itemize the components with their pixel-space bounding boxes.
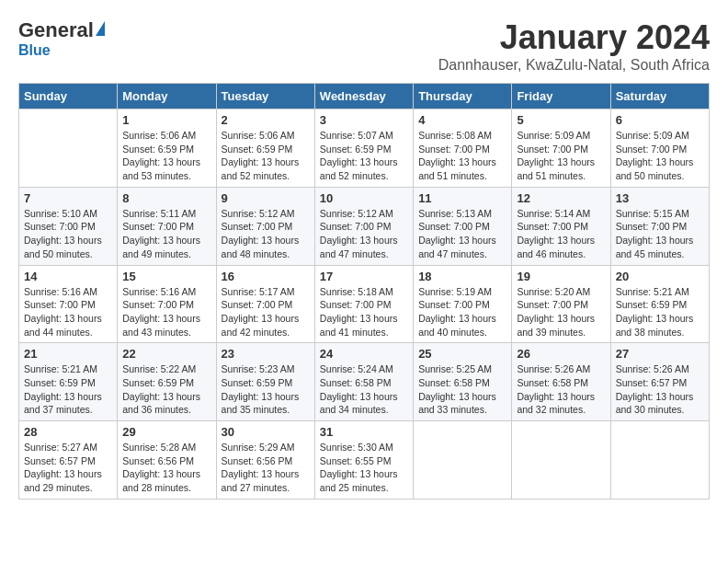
logo: General Blue [18, 18, 105, 59]
calendar-day-cell: 14Sunrise: 5:16 AMSunset: 7:00 PMDayligh… [19, 265, 118, 343]
calendar-day-cell: 4Sunrise: 5:08 AMSunset: 7:00 PMDaylight… [414, 109, 512, 188]
calendar-header-cell: Tuesday [216, 84, 314, 109]
calendar-day-cell: 28Sunrise: 5:27 AMSunset: 6:57 PMDayligh… [19, 421, 118, 500]
day-number: 31 [320, 425, 408, 439]
day-info: Sunrise: 5:25 AMSunset: 6:58 PMDaylight:… [418, 362, 506, 417]
calendar-week-row: 7Sunrise: 5:10 AMSunset: 7:00 PMDaylight… [19, 187, 710, 265]
day-number: 23 [222, 347, 310, 361]
day-info: Sunrise: 5:17 AMSunset: 7:00 PMDaylight:… [222, 285, 310, 339]
day-number: 3 [320, 113, 408, 127]
calendar-day-cell: 30Sunrise: 5:29 AMSunset: 6:56 PMDayligh… [216, 421, 314, 500]
day-number: 14 [24, 270, 112, 283]
page-header: General Blue January 2024 Dannhauser, Kw… [18, 18, 710, 74]
day-info: Sunrise: 5:10 AMSunset: 7:00 PMDaylight:… [24, 207, 112, 261]
day-number: 27 [616, 347, 704, 361]
day-info: Sunrise: 5:19 AMSunset: 7:00 PMDaylight:… [418, 285, 506, 339]
day-info: Sunrise: 5:21 AMSunset: 6:59 PMDaylight:… [24, 362, 112, 417]
calendar-header-cell: Monday [118, 84, 216, 109]
logo-general: General [18, 18, 94, 42]
calendar-day-cell [414, 421, 512, 500]
day-number: 22 [122, 347, 210, 361]
day-info: Sunrise: 5:16 AMSunset: 7:00 PMDaylight:… [24, 285, 112, 339]
calendar-day-cell: 2Sunrise: 5:06 AMSunset: 6:59 PMDaylight… [216, 109, 314, 188]
calendar-day-cell: 12Sunrise: 5:14 AMSunset: 7:00 PMDayligh… [512, 187, 610, 265]
calendar-day-cell: 24Sunrise: 5:24 AMSunset: 6:58 PMDayligh… [314, 343, 413, 421]
day-number: 30 [222, 425, 310, 439]
day-info: Sunrise: 5:07 AMSunset: 6:59 PMDaylight:… [320, 129, 408, 183]
calendar-day-cell: 17Sunrise: 5:18 AMSunset: 7:00 PMDayligh… [314, 265, 413, 343]
calendar-week-row: 1Sunrise: 5:06 AMSunset: 6:59 PMDaylight… [19, 109, 710, 188]
day-number: 19 [517, 270, 605, 283]
day-number: 9 [222, 191, 310, 205]
calendar-day-cell: 18Sunrise: 5:19 AMSunset: 7:00 PMDayligh… [414, 265, 512, 343]
calendar-day-cell [19, 109, 118, 188]
day-number: 16 [222, 270, 310, 283]
day-info: Sunrise: 5:14 AMSunset: 7:00 PMDaylight:… [517, 207, 605, 261]
day-info: Sunrise: 5:11 AMSunset: 7:00 PMDaylight:… [122, 207, 210, 261]
day-info: Sunrise: 5:06 AMSunset: 6:59 PMDaylight:… [222, 129, 310, 183]
day-number: 17 [320, 270, 408, 283]
calendar-week-row: 21Sunrise: 5:21 AMSunset: 6:59 PMDayligh… [19, 343, 710, 421]
day-number: 8 [122, 191, 210, 205]
calendar-header-cell: Thursday [414, 84, 512, 109]
day-info: Sunrise: 5:26 AMSunset: 6:58 PMDaylight:… [517, 362, 605, 417]
calendar-day-cell: 15Sunrise: 5:16 AMSunset: 7:00 PMDayligh… [118, 265, 216, 343]
calendar-day-cell: 10Sunrise: 5:12 AMSunset: 7:00 PMDayligh… [314, 187, 413, 265]
day-number: 1 [122, 113, 210, 127]
day-info: Sunrise: 5:22 AMSunset: 6:59 PMDaylight:… [122, 362, 210, 417]
month-year-title: January 2024 [438, 18, 710, 57]
day-info: Sunrise: 5:21 AMSunset: 6:59 PMDaylight:… [616, 285, 704, 339]
calendar-day-cell: 20Sunrise: 5:21 AMSunset: 6:59 PMDayligh… [610, 265, 709, 343]
calendar-day-cell: 21Sunrise: 5:21 AMSunset: 6:59 PMDayligh… [19, 343, 118, 421]
calendar-day-cell: 19Sunrise: 5:20 AMSunset: 7:00 PMDayligh… [512, 265, 610, 343]
calendar-day-cell: 31Sunrise: 5:30 AMSunset: 6:55 PMDayligh… [314, 421, 413, 500]
day-number: 21 [24, 347, 112, 361]
day-number: 4 [418, 113, 506, 127]
day-info: Sunrise: 5:12 AMSunset: 7:00 PMDaylight:… [222, 207, 310, 261]
day-number: 25 [418, 347, 506, 361]
calendar-day-cell: 1Sunrise: 5:06 AMSunset: 6:59 PMDaylight… [118, 109, 216, 188]
day-number: 13 [616, 191, 704, 205]
day-info: Sunrise: 5:29 AMSunset: 6:56 PMDaylight:… [222, 441, 310, 495]
calendar-week-row: 14Sunrise: 5:16 AMSunset: 7:00 PMDayligh… [19, 265, 710, 343]
calendar-day-cell: 3Sunrise: 5:07 AMSunset: 6:59 PMDaylight… [314, 109, 413, 188]
calendar-header-cell: Wednesday [314, 84, 413, 109]
day-info: Sunrise: 5:20 AMSunset: 7:00 PMDaylight:… [517, 285, 605, 339]
day-number: 24 [320, 347, 408, 361]
calendar-day-cell: 5Sunrise: 5:09 AMSunset: 7:00 PMDaylight… [512, 109, 610, 188]
calendar-header-row: SundayMondayTuesdayWednesdayThursdayFrid… [19, 84, 710, 109]
calendar-header-cell: Friday [512, 84, 610, 109]
logo-blue: Blue [18, 42, 51, 59]
day-number: 7 [24, 191, 112, 205]
calendar-day-cell: 9Sunrise: 5:12 AMSunset: 7:00 PMDaylight… [216, 187, 314, 265]
calendar-day-cell: 22Sunrise: 5:22 AMSunset: 6:59 PMDayligh… [118, 343, 216, 421]
day-info: Sunrise: 5:13 AMSunset: 7:00 PMDaylight:… [418, 207, 506, 261]
day-info: Sunrise: 5:09 AMSunset: 7:00 PMDaylight:… [616, 129, 704, 183]
day-info: Sunrise: 5:12 AMSunset: 7:00 PMDaylight:… [320, 207, 408, 261]
calendar-day-cell: 29Sunrise: 5:28 AMSunset: 6:56 PMDayligh… [118, 421, 216, 500]
calendar-day-cell: 25Sunrise: 5:25 AMSunset: 6:58 PMDayligh… [414, 343, 512, 421]
day-info: Sunrise: 5:15 AMSunset: 7:00 PMDaylight:… [616, 207, 704, 261]
day-number: 26 [517, 347, 605, 361]
calendar-day-cell: 26Sunrise: 5:26 AMSunset: 6:58 PMDayligh… [512, 343, 610, 421]
day-number: 6 [616, 113, 704, 127]
day-info: Sunrise: 5:09 AMSunset: 7:00 PMDaylight:… [517, 129, 605, 183]
logo-triangle-icon [96, 21, 105, 36]
day-number: 15 [122, 270, 210, 283]
location-subtitle: Dannhauser, KwaZulu-Natal, South Africa [438, 57, 710, 74]
calendar-week-row: 28Sunrise: 5:27 AMSunset: 6:57 PMDayligh… [19, 421, 710, 500]
day-info: Sunrise: 5:06 AMSunset: 6:59 PMDaylight:… [122, 129, 210, 183]
calendar-day-cell: 7Sunrise: 5:10 AMSunset: 7:00 PMDaylight… [19, 187, 118, 265]
calendar-body: 1Sunrise: 5:06 AMSunset: 6:59 PMDaylight… [19, 109, 710, 500]
calendar-header-cell: Sunday [19, 84, 118, 109]
day-number: 11 [418, 191, 506, 205]
day-info: Sunrise: 5:27 AMSunset: 6:57 PMDaylight:… [24, 441, 112, 495]
day-number: 18 [418, 270, 506, 283]
day-info: Sunrise: 5:23 AMSunset: 6:59 PMDaylight:… [222, 362, 310, 417]
day-number: 29 [122, 425, 210, 439]
day-number: 20 [616, 270, 704, 283]
day-info: Sunrise: 5:26 AMSunset: 6:57 PMDaylight:… [616, 362, 704, 417]
calendar-day-cell: 8Sunrise: 5:11 AMSunset: 7:00 PMDaylight… [118, 187, 216, 265]
day-number: 10 [320, 191, 408, 205]
day-info: Sunrise: 5:16 AMSunset: 7:00 PMDaylight:… [122, 285, 210, 339]
